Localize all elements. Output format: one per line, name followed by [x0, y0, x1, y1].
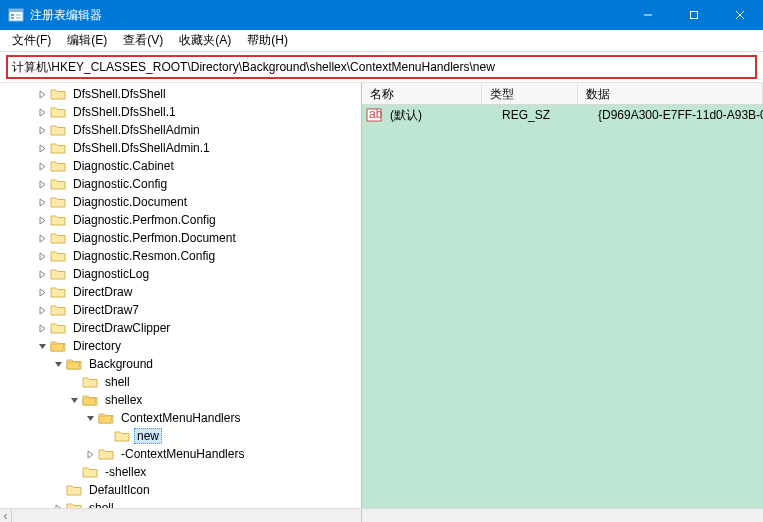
tree-item[interactable]: DirectDraw7 [4, 301, 361, 319]
tree-item[interactable]: DiagnosticLog [4, 265, 361, 283]
col-data[interactable]: 数据 [578, 83, 763, 104]
expand-icon[interactable] [36, 88, 48, 100]
folder-icon [50, 123, 66, 137]
svg-rect-5 [16, 17, 21, 19]
expand-icon[interactable] [36, 214, 48, 226]
menu-edit[interactable]: 编辑(E) [59, 30, 115, 51]
menu-favorites[interactable]: 收藏夹(A) [171, 30, 239, 51]
expand-icon[interactable] [36, 142, 48, 154]
expand-icon[interactable] [36, 178, 48, 190]
expand-icon[interactable] [36, 286, 48, 298]
tree-item[interactable]: shellex [4, 391, 361, 409]
tree-item[interactable]: Diagnostic.Config [4, 175, 361, 193]
tree-item[interactable]: DirectDrawClipper [4, 319, 361, 337]
tree-item[interactable]: Background [4, 355, 361, 373]
tree-item[interactable]: Diagnostic.Perfmon.Document [4, 229, 361, 247]
menu-file[interactable]: 文件(F) [4, 30, 59, 51]
collapse-icon[interactable] [52, 358, 64, 370]
value-type: REG_SZ [498, 108, 594, 122]
tree-item[interactable]: DefaultIcon [4, 481, 361, 499]
app-icon [8, 7, 24, 23]
svg-rect-3 [11, 17, 14, 19]
tree-pane[interactable]: DfsShell.DfsShellDfsShell.DfsShell.1DfsS… [0, 83, 362, 508]
svg-rect-1 [9, 9, 23, 12]
menu-view[interactable]: 查看(V) [115, 30, 171, 51]
tree-item[interactable]: -ContextMenuHandlers [4, 445, 361, 463]
folder-icon [66, 357, 82, 371]
folder-icon [50, 231, 66, 245]
expand-icon[interactable] [36, 232, 48, 244]
col-name[interactable]: 名称 [362, 83, 482, 104]
collapse-icon[interactable] [68, 394, 80, 406]
expand-icon[interactable] [36, 250, 48, 262]
expand-icon[interactable] [36, 322, 48, 334]
folder-icon [50, 105, 66, 119]
tree-item[interactable]: new [4, 427, 361, 445]
expand-icon[interactable] [36, 124, 48, 136]
tree-item[interactable]: Directory [4, 337, 361, 355]
collapse-icon[interactable] [36, 340, 48, 352]
expand-icon[interactable] [36, 268, 48, 280]
tree-item-label: -shellex [102, 464, 149, 480]
scroll-left-icon[interactable]: ‹ [0, 509, 12, 522]
folder-icon [82, 393, 98, 407]
folder-icon [98, 447, 114, 461]
menu-help[interactable]: 帮助(H) [239, 30, 296, 51]
folder-icon [50, 339, 66, 353]
folder-icon [82, 465, 98, 479]
tree-item[interactable]: DfsShell.DfsShellAdmin.1 [4, 139, 361, 157]
list-body[interactable]: ab(默认)REG_SZ{D969A300-E7FF-11d0-A93B-00A… [362, 105, 763, 508]
tree-item[interactable]: shell [4, 499, 361, 508]
tree-item-label: Diagnostic.Cabinet [70, 158, 177, 174]
expand-icon[interactable] [36, 160, 48, 172]
svg-rect-2 [11, 14, 14, 16]
tree-item[interactable]: Diagnostic.Perfmon.Config [4, 211, 361, 229]
col-type[interactable]: 类型 [482, 83, 578, 104]
tree-item[interactable]: Diagnostic.Resmon.Config [4, 247, 361, 265]
tree-item-label: shell [86, 500, 117, 508]
no-expand-icon [52, 484, 64, 496]
tree-item[interactable]: DfsShell.DfsShellAdmin [4, 121, 361, 139]
tree-item-label: DfsShell.DfsShell.1 [70, 104, 179, 120]
folder-icon [50, 87, 66, 101]
expand-icon[interactable] [36, 304, 48, 316]
folder-icon [114, 429, 130, 443]
maximize-button[interactable] [671, 0, 717, 30]
menubar: 文件(F) 编辑(E) 查看(V) 收藏夹(A) 帮助(H) [0, 30, 763, 52]
minimize-button[interactable] [625, 0, 671, 30]
tree-item[interactable]: DirectDraw [4, 283, 361, 301]
svg-text:ab: ab [369, 107, 382, 121]
list-row[interactable]: ab(默认)REG_SZ{D969A300-E7FF-11d0-A93B-00A… [362, 105, 763, 125]
value-name: (默认) [386, 107, 498, 124]
expand-icon[interactable] [84, 448, 96, 460]
tree: DfsShell.DfsShellDfsShell.DfsShell.1DfsS… [0, 83, 361, 508]
folder-icon [98, 411, 114, 425]
tree-item[interactable]: DfsShell.DfsShell [4, 85, 361, 103]
value-data: {D969A300-E7FF-11d0-A93B-00A0C90F2719} [594, 108, 763, 122]
tree-item[interactable]: shell [4, 373, 361, 391]
folder-icon [50, 177, 66, 191]
address-bar[interactable] [6, 55, 757, 79]
tree-item-label: DefaultIcon [86, 482, 153, 498]
address-input[interactable] [12, 60, 751, 74]
tree-item-label: DfsShell.DfsShellAdmin [70, 122, 203, 138]
folder-icon [50, 321, 66, 335]
tree-item[interactable]: DfsShell.DfsShell.1 [4, 103, 361, 121]
tree-item-label: DirectDraw7 [70, 302, 142, 318]
close-button[interactable] [717, 0, 763, 30]
tree-item[interactable]: Diagnostic.Cabinet [4, 157, 361, 175]
collapse-icon[interactable] [84, 412, 96, 424]
folder-icon [50, 159, 66, 173]
expand-icon[interactable] [36, 196, 48, 208]
tree-item[interactable]: ContextMenuHandlers [4, 409, 361, 427]
expand-icon[interactable] [52, 502, 64, 508]
tree-item[interactable]: -shellex [4, 463, 361, 481]
no-expand-icon [68, 376, 80, 388]
expand-icon[interactable] [36, 106, 48, 118]
column-headers: 名称 类型 数据 [362, 83, 763, 105]
tree-item-label: DfsShell.DfsShellAdmin.1 [70, 140, 213, 156]
tree-item-label: Directory [70, 338, 124, 354]
tree-item-label: Diagnostic.Perfmon.Config [70, 212, 219, 228]
status-bar: ‹ [0, 508, 763, 522]
tree-item[interactable]: Diagnostic.Document [4, 193, 361, 211]
